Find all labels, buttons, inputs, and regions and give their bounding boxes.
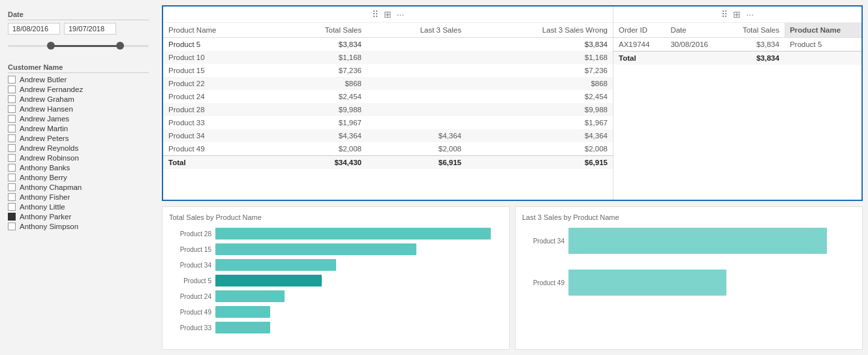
cell-total-wrong: $6,915 [467,156,613,170]
customer-item[interactable]: Anthony Simpson [8,223,149,230]
cell-last3 [367,51,467,64]
left-data-table: Product Name Total Sales Last 3 Sales La… [163,23,613,169]
cell-wrong: $2,008 [467,142,613,156]
bar-fill [568,270,726,296]
customer-checkbox[interactable] [8,164,16,172]
top-section: ⠿ ⊞ ··· Product Name Total Sales Last 3 … [162,5,863,201]
customer-item[interactable]: Anthony Chapman [8,183,149,191]
cell-total: $3,834 [276,38,367,52]
customer-item[interactable]: Andrew Graham [8,95,149,103]
customer-item[interactable]: Andrew Fernandez [8,85,149,93]
bar-track [215,290,503,302]
cell-grand-total: $34,430 [276,156,367,170]
table-row[interactable]: Product 28 $9,988 $9,988 [163,103,613,116]
customer-checkbox[interactable] [8,183,16,191]
left-chart-title: Total Sales by Product Name [169,213,503,221]
col-right-product-name: Product Name [784,23,861,38]
bar-track [215,322,503,333]
cell-total: $9,988 [276,103,367,116]
date-filter: Date [8,10,149,53]
customer-filter: Customer Name Andrew ButlerAndrew Fernan… [8,63,149,230]
customer-item[interactable]: Andrew Martin [8,125,149,132]
customer-item[interactable]: Anthony Parker [8,213,149,221]
table-row[interactable]: Product 24 $2,454 $2,454 [163,90,613,103]
customer-checkbox[interactable] [8,223,16,230]
right-toolbar-grid-icon[interactable]: ⠿ [721,9,728,20]
toolbar-expand-icon[interactable]: ⊞ [384,9,392,20]
bar-track [215,306,503,318]
customer-checkbox[interactable] [8,203,16,211]
cell-total-last3: $6,915 [367,156,467,170]
table-row[interactable]: Product 10 $1,168 $1,168 [163,51,613,64]
right-table-container: ⠿ ⊞ ··· Order ID Date Total Sales Produc… [613,7,861,200]
slider-thumb-left[interactable] [47,42,55,50]
customer-item[interactable]: Andrew Peters [8,134,149,142]
customer-checkbox[interactable] [8,125,16,132]
main-layout: Date Customer Name Andrew ButlerAndrew F… [0,0,868,355]
left-table-scroll[interactable]: Product Name Total Sales Last 3 Sales La… [163,23,613,193]
bar-row: Product 28 [169,228,503,239]
cell-total: $1,967 [276,116,367,129]
right-toolbar-expand-icon[interactable]: ⊞ [733,9,741,20]
total-row: Total $34,430 $6,915 $6,915 [163,156,613,170]
customer-item[interactable]: Andrew Robinson [8,154,149,162]
customer-checkbox[interactable] [8,174,16,181]
date-to-input[interactable] [64,23,116,35]
customer-name-label: Anthony Banks [20,164,70,172]
toolbar-grid-icon[interactable]: ⠿ [372,9,379,20]
customer-item[interactable]: Andrew Hansen [8,105,149,113]
table-row[interactable]: Product 22 $868 $868 [163,77,613,90]
customer-item[interactable]: Anthony Berry [8,174,149,181]
right-chart-title: Last 3 Sales by Product Name [522,213,856,221]
customer-checkbox[interactable] [8,85,16,93]
customer-checkbox[interactable] [8,76,16,84]
customer-checkbox[interactable] [8,154,16,162]
bar-fill [215,243,416,255]
date-slider[interactable] [8,40,149,53]
customer-checkbox[interactable] [8,105,16,113]
table-row[interactable]: Product 49 $2,008 $2,008 $2,008 [163,142,613,156]
bar-fill [215,306,270,318]
customer-checkbox[interactable] [8,144,16,152]
customer-name-label: Andrew Peters [20,134,69,142]
cell-product: Product 49 [163,142,276,156]
slider-thumb-right[interactable] [116,42,124,50]
slider-fill [50,45,121,47]
table-row[interactable]: Product 15 $7,236 $7,236 [163,64,613,77]
cell-product: Product 34 [163,129,276,142]
customer-item[interactable]: Andrew Reynolds [8,144,149,152]
customer-checkbox[interactable] [8,193,16,201]
date-section-title: Date [8,10,149,20]
customer-checkbox[interactable] [8,134,16,142]
col-order-id: Order ID [613,23,665,38]
right-total-row: Total $3,834 [613,52,861,65]
bar-label: Product 34 [522,238,565,245]
customer-item[interactable]: Anthony Banks [8,164,149,172]
customer-name-label: Andrew Fernandez [20,85,83,93]
right-toolbar-more-icon[interactable]: ··· [746,9,754,20]
date-from-input[interactable] [8,23,60,35]
customer-item[interactable]: Andrew Butler [8,76,149,84]
customer-checkbox[interactable] [8,115,16,123]
bar-track [568,270,856,296]
table-row[interactable]: Product 5 $3,834 $3,834 [163,38,613,52]
customer-checkbox[interactable] [8,95,16,103]
table-row[interactable]: Product 33 $1,967 $1,967 [163,116,613,129]
customer-name-label: Anthony Parker [20,213,71,221]
right-table-row[interactable]: AX19744 30/08/2016 $3,834 Product 5 [613,38,861,52]
col-date: Date [665,23,725,38]
content-area: ⠿ ⊞ ··· Product Name Total Sales Last 3 … [157,0,868,355]
customer-item[interactable]: Anthony Little [8,203,149,211]
cell-product: Product 10 [163,51,276,64]
bar-fill [568,228,827,254]
cell-wrong: $1,168 [467,51,613,64]
toolbar-more-icon[interactable]: ··· [397,9,405,20]
customer-name-label: Anthony Fisher [20,193,70,201]
customer-item[interactable]: Anthony Fisher [8,193,149,201]
table-row[interactable]: Product 34 $4,364 $4,364 $4,364 [163,129,613,142]
cell-last3 [367,64,467,77]
customer-checkbox[interactable] [8,213,16,221]
bar-track [215,275,503,286]
customer-item[interactable]: Andrew James [8,115,149,123]
cell-total: $1,168 [276,51,367,64]
